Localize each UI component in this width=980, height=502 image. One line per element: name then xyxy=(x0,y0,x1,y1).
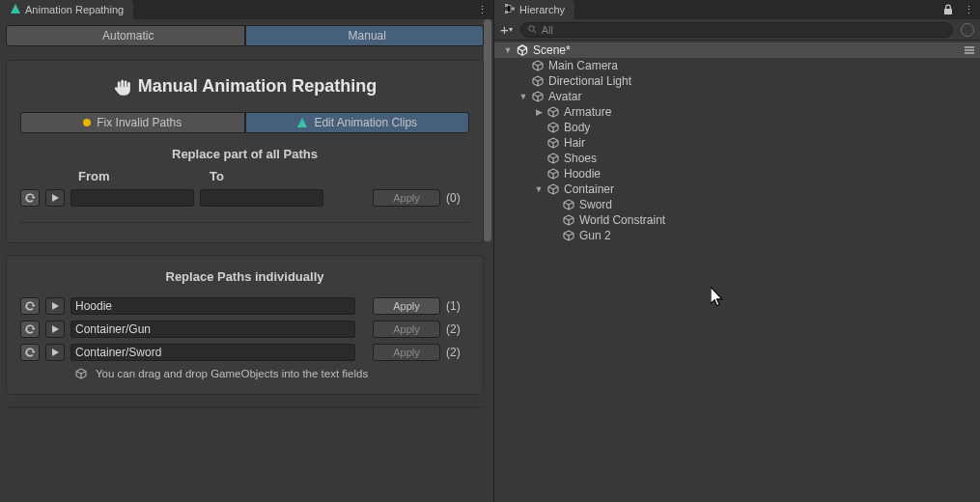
path-row: Apply(1) xyxy=(20,297,469,315)
gameobject-icon xyxy=(562,229,575,242)
triangle-icon xyxy=(296,117,308,128)
foldout-toggle[interactable]: ▶ xyxy=(533,107,545,117)
gameobject-icon xyxy=(531,59,545,72)
menu-icon[interactable] xyxy=(963,43,976,57)
gameobject-icon xyxy=(562,198,575,211)
gameobject-icon xyxy=(546,167,560,181)
reset-button[interactable] xyxy=(20,321,40,338)
hierarchy-item-label: Gun 2 xyxy=(577,229,611,242)
hierarchy-icon xyxy=(504,3,516,16)
tab-animation-repathing[interactable]: Animation Repathing xyxy=(0,0,133,19)
replace-all-row: Apply (0) xyxy=(20,189,469,207)
play-button[interactable] xyxy=(45,189,65,207)
svg-rect-2 xyxy=(505,11,508,14)
tab-menu-button[interactable]: ⋮ xyxy=(964,4,974,16)
triangle-icon xyxy=(10,3,21,16)
warning-dot-icon xyxy=(83,119,91,126)
hierarchy-item[interactable]: Shoes xyxy=(494,151,980,166)
foldout-toggle[interactable]: ▼ xyxy=(518,92,529,101)
scene-visibility-button[interactable] xyxy=(961,23,974,37)
path-count: (2) xyxy=(446,346,469,359)
card-title: Manual Animation Repathing xyxy=(20,70,469,112)
play-button[interactable] xyxy=(45,297,65,315)
apply-button[interactable]: Apply xyxy=(373,344,440,361)
play-button[interactable] xyxy=(45,344,65,361)
search-placeholder: All xyxy=(542,24,553,36)
hierarchy-item-label: Shoes xyxy=(562,152,597,165)
apply-button[interactable]: Apply xyxy=(373,297,440,315)
path-count: (2) xyxy=(446,322,469,336)
play-button[interactable] xyxy=(45,321,65,338)
replace-all-section-title: Replace part of all Paths xyxy=(20,143,469,169)
tab-hierarchy[interactable]: Hierarchy xyxy=(494,0,574,19)
foldout-toggle[interactable]: ▼ xyxy=(533,184,545,194)
apply-all-button[interactable]: Apply xyxy=(373,189,440,207)
hierarchy-item[interactable]: ▶Armature xyxy=(494,104,980,120)
replace-all-headers: From To xyxy=(20,169,469,183)
apply-button[interactable]: Apply xyxy=(373,321,440,338)
gameobject-icon xyxy=(531,90,545,103)
left-scrollbar[interactable] xyxy=(482,19,493,502)
right-tab-strip: Hierarchy ⋮ xyxy=(494,0,980,19)
hand-icon xyxy=(113,78,130,96)
path-input[interactable] xyxy=(70,344,355,361)
gameobject-icon xyxy=(546,121,560,134)
foldout-toggle[interactable]: ▼ xyxy=(502,45,514,55)
hierarchy-panel: Hierarchy ⋮ +▾ All ▼Scene*Main CameraDir… xyxy=(494,0,980,502)
edit-animation-clips-button[interactable]: Edit Animation Clips xyxy=(245,112,470,133)
reset-button[interactable] xyxy=(20,297,40,315)
hierarchy-item[interactable]: Hair xyxy=(494,135,980,151)
mode-automatic-label: Automatic xyxy=(102,29,154,42)
tab-label: Hierarchy xyxy=(519,4,565,15)
hierarchy-item-label: World Constraint xyxy=(577,213,665,227)
search-icon xyxy=(527,24,538,35)
hierarchy-item[interactable]: ▼Container xyxy=(494,181,980,197)
hierarchy-item-label: Armature xyxy=(562,105,611,119)
replace-to-input[interactable] xyxy=(200,189,323,207)
hierarchy-item-label: Directional Light xyxy=(546,74,631,88)
replace-from-input[interactable] xyxy=(70,189,194,207)
fix-invalid-paths-label: Fix Invalid Paths xyxy=(97,116,182,129)
hierarchy-item[interactable]: Main Camera xyxy=(494,58,980,73)
lock-icon[interactable] xyxy=(942,4,954,15)
hierarchy-tree: ▼Scene*Main CameraDirectional Light▼Avat… xyxy=(494,41,980,245)
hierarchy-item[interactable]: Body xyxy=(494,120,980,135)
create-button[interactable]: +▾ xyxy=(500,21,513,38)
tab-menu-button[interactable]: ⋮ xyxy=(471,0,493,19)
svg-rect-3 xyxy=(512,8,515,11)
reset-button[interactable] xyxy=(20,344,40,361)
edit-animation-clips-label: Edit Animation Clips xyxy=(314,116,417,129)
to-header: To xyxy=(210,169,224,183)
hierarchy-item[interactable]: ▼Avatar xyxy=(494,89,980,104)
reset-button[interactable] xyxy=(20,189,40,207)
from-header: From xyxy=(78,169,200,183)
gameobject-icon xyxy=(546,136,560,150)
manual-repathing-card: Manual Animation Repathing Fix Invalid P… xyxy=(6,60,484,243)
hierarchy-item[interactable]: Sword xyxy=(494,197,980,212)
hierarchy-item[interactable]: Gun 2 xyxy=(494,228,980,243)
path-count: (1) xyxy=(446,299,469,313)
hierarchy-search-input[interactable]: All xyxy=(520,22,953,38)
path-input[interactable] xyxy=(70,321,355,338)
drag-drop-hint: You can drag and drop GameObjects into t… xyxy=(20,361,469,380)
hierarchy-item-label: Hoodie xyxy=(562,167,601,181)
hierarchy-item-label: Main Camera xyxy=(546,59,618,72)
hierarchy-item-label: Scene* xyxy=(531,43,571,57)
mode-manual-label: Manual xyxy=(349,29,386,42)
hierarchy-toolbar: +▾ All xyxy=(494,19,980,41)
animation-repathing-panel: Animation Repathing ⋮ Automatic Manual xyxy=(0,0,494,502)
hint-text: You can drag and drop GameObjects into t… xyxy=(96,368,368,379)
mode-manual-button[interactable]: Manual xyxy=(245,25,485,46)
svg-rect-1 xyxy=(505,4,508,7)
hierarchy-item[interactable]: Hoodie xyxy=(494,166,980,181)
hierarchy-item[interactable]: Directional Light xyxy=(494,73,980,89)
hierarchy-item[interactable]: World Constraint xyxy=(494,212,980,228)
scene-root[interactable]: ▼Scene* xyxy=(494,42,980,58)
gameobject-icon xyxy=(562,213,575,227)
card-title-text: Manual Animation Repathing xyxy=(138,76,377,97)
mode-automatic-button[interactable]: Automatic xyxy=(6,25,245,46)
sub-mode-segmented-control: Fix Invalid Paths Edit Animation Clips xyxy=(20,112,469,133)
gameobject-icon xyxy=(546,152,560,165)
path-input[interactable] xyxy=(70,297,355,315)
fix-invalid-paths-button[interactable]: Fix Invalid Paths xyxy=(20,112,245,133)
